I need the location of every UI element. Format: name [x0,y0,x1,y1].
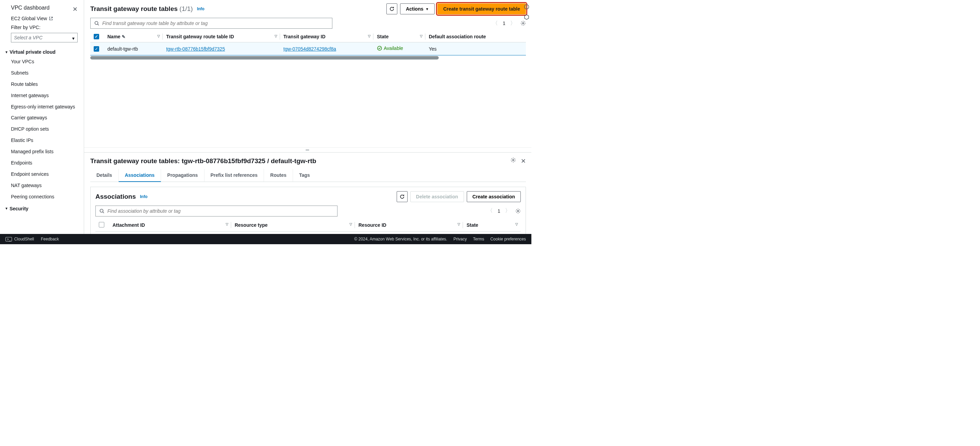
assoc-col-resource-type[interactable]: Resource type▽ [231,219,355,231]
assoc-col-state[interactable]: State▽ [463,219,521,231]
sidebar-item-elastic-ips[interactable]: Elastic IPs [0,135,84,146]
col-rtb-id[interactable]: Transit gateway route table ID▽ [163,31,280,42]
route-tables-table: ✓ Name✎▽ Transit gateway route table ID▽… [90,31,526,56]
sidebar-item-your-vpcs[interactable]: Your VPCs [0,56,84,67]
sidebar-item-managed-prefix-lists[interactable]: Managed prefix lists [0,146,84,157]
terminal-icon: >_ [5,237,12,242]
refresh-icon [389,6,395,12]
assoc-select-all[interactable] [99,222,104,228]
detail-title: Transit gateway route tables: tgw-rtb-08… [90,157,316,165]
assoc-col-attachment-id[interactable]: Attachment ID▽ [109,219,231,231]
sidebar-item-route-tables[interactable]: Route tables [0,79,84,90]
page-number: 1 [503,21,505,26]
feedback-link[interactable]: Feedback [41,237,59,242]
tab-prefix-list-references[interactable]: Prefix list references [204,169,264,182]
close-sidebar-icon[interactable]: ✕ [73,5,78,13]
check-circle-icon [377,46,382,51]
status-badge: Available [377,46,403,51]
detail-panel: Transit gateway route tables: tgw-rtb-08… [84,152,531,245]
settings-button[interactable] [520,21,526,26]
create-tgw-route-table-button[interactable]: Create transit gateway route table [438,3,526,14]
sidebar-item-dhcp-option-sets[interactable]: DHCP option sets [0,123,84,135]
copyright-text: © 2024, Amazon Web Services, Inc. or its… [354,237,447,242]
tab-routes[interactable]: Routes [264,169,293,182]
search-field[interactable] [102,21,329,26]
privacy-link[interactable]: Privacy [453,237,467,242]
svg-point-0 [95,22,98,25]
help-button[interactable] [524,4,529,10]
sidebar: VPC dashboard ✕ EC2 Global View Filter b… [0,0,84,244]
actions-button[interactable]: Actions ▼ [400,3,434,14]
caret-down-icon: ▼ [425,7,429,11]
rtb-id-link[interactable]: tgw-rtb-08776b15fbf9d7325 [166,46,225,52]
sidebar-item-nat-gateways[interactable]: NAT gateways [0,180,84,191]
associations-table: Attachment ID▽ Resource type▽ Resource I… [95,219,521,231]
tab-tags[interactable]: Tags [293,169,316,182]
triangle-down-icon: ▼ [5,50,8,54]
horizontal-scrollbar[interactable] [90,56,439,59]
sidebar-item-carrier-gateways[interactable]: Carrier gateways [0,112,84,123]
assoc-info-link[interactable]: Info [140,194,147,199]
cell-name: default-tgw-rtb [104,42,163,56]
create-association-button[interactable]: Create association [467,191,521,202]
external-link-icon [49,16,53,21]
delete-association-button: Delete association [410,191,464,202]
tab-propagations[interactable]: Propagations [161,169,204,182]
sidebar-item-subnets[interactable]: Subnets [0,67,84,79]
caret-down-icon: ▾ [72,35,75,41]
sidebar-item-internet-gateways[interactable]: Internet gateways [0,90,84,101]
gear-icon [515,208,521,214]
security-hub-button[interactable] [524,14,529,20]
col-default-assoc[interactable]: Default association route [425,31,526,42]
sidebar-item-peering-connections[interactable]: Peering connections [0,191,84,202]
svg-point-1 [522,22,524,24]
pencil-icon: ✎ [122,34,126,39]
refresh-button[interactable] [387,3,397,14]
search-icon [94,21,100,26]
col-tgw-id[interactable]: Transit gateway ID▽ [280,31,374,42]
col-state[interactable]: State▽ [374,31,425,42]
page-title: Transit gateway route tables (1/1) [90,5,193,13]
detail-settings-button[interactable] [511,157,516,165]
col-name[interactable]: Name✎▽ [104,31,163,42]
svg-point-4 [100,209,103,212]
detail-tabs: Details Associations Propagations Prefix… [90,169,526,182]
sidebar-item-endpoints[interactable]: Endpoints [0,157,84,169]
vpc-dashboard-link[interactable]: VPC dashboard [11,5,49,11]
detail-close-button[interactable]: ✕ [521,157,526,165]
triangle-down-icon: ▼ [5,207,8,210]
assoc-col-resource-id[interactable]: Resource ID▽ [355,219,463,231]
assoc-page-prev[interactable]: 〈 [487,207,493,215]
gear-icon [520,21,526,26]
assoc-search-field[interactable] [107,208,334,214]
page-next-button[interactable]: 〉 [510,20,515,27]
sidebar-item-endpoint-services[interactable]: Endpoint services [0,169,84,180]
cloudshell-button[interactable]: >_ CloudShell [5,237,34,242]
search-input[interactable] [90,18,332,29]
panel-splitter[interactable]: ═ [84,147,531,152]
assoc-page-number: 1 [498,208,500,214]
select-all-checkbox[interactable]: ✓ [94,34,99,39]
assoc-settings-button[interactable] [515,208,521,214]
assoc-search-input[interactable] [95,205,337,217]
row-checkbox[interactable]: ✓ [94,46,99,52]
tgw-id-link[interactable]: tgw-07054d8274298cf8a [283,46,336,52]
tab-details[interactable]: Details [90,169,119,182]
ec2-global-view-link[interactable]: EC2 Global View [0,14,84,22]
tab-associations[interactable]: Associations [119,169,161,182]
assoc-refresh-button[interactable] [397,191,407,202]
sidebar-section-vpc[interactable]: ▼ Virtual private cloud [0,46,84,56]
search-icon [99,208,105,214]
footer: >_ CloudShell Feedback © 2024, Amazon We… [0,234,531,244]
info-link[interactable]: Info [197,6,204,11]
table-row[interactable]: ✓ default-tgw-rtb tgw-rtb-08776b15fbf9d7… [90,42,526,56]
vpc-filter-select[interactable]: Select a VPC ▾ [11,33,78,42]
sidebar-item-egress-only-igw[interactable]: Egress-only internet gateways [0,101,84,113]
cookie-preferences-link[interactable]: Cookie preferences [490,237,526,242]
page-prev-button[interactable]: 〈 [492,20,498,27]
terms-link[interactable]: Terms [473,237,484,242]
svg-point-7 [526,5,527,6]
hexagon-icon [524,14,529,20]
sidebar-section-security[interactable]: ▼ Security [0,202,84,213]
assoc-page-next[interactable]: 〉 [505,207,511,215]
